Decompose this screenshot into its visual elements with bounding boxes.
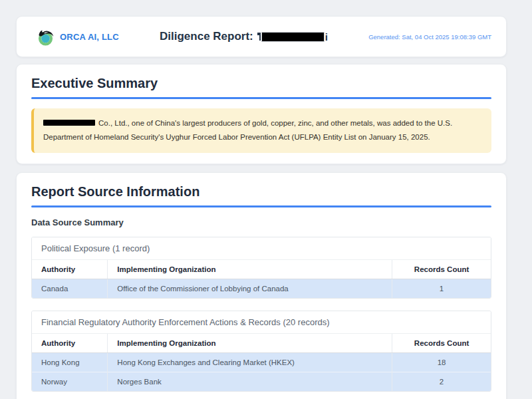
cell-records-count: 2: [392, 372, 491, 391]
executive-summary-text: Co., Ltd., one of China's largest produc…: [43, 119, 452, 141]
column-header-authority: Authority: [32, 334, 108, 353]
column-header-records-count: Records Count: [392, 334, 491, 353]
table-row: Norway Norges Bank 2: [32, 372, 491, 391]
cell-organization: Hong Kong Exchanges and Clearing Market …: [108, 352, 392, 372]
cell-authority: Canada: [32, 279, 108, 298]
report-title-suffix: i: [325, 31, 328, 43]
executive-summary-title: Executive Summary: [31, 75, 491, 91]
table-header-row: Authority Implementing Organization Reco…: [32, 334, 491, 353]
data-source-summary-heading: Data Source Summary: [31, 217, 491, 227]
column-header-organization: Implementing Organization: [108, 260, 392, 279]
table-group-financial-regulatory: Financial Regulatory Authority Enforceme…: [31, 311, 491, 392]
report-title: Diligence Report: i: [160, 30, 328, 43]
section-underline: [31, 205, 491, 207]
report-header: ORCA AI, LLC Diligence Report: i Generat…: [16, 16, 507, 57]
section-underline: [31, 97, 491, 99]
report-title-text: Diligence Report:: [160, 30, 253, 43]
column-header-authority: Authority: [32, 260, 108, 279]
redacted-partial-character: [257, 33, 261, 41]
cell-authority: Hong Kong: [32, 352, 108, 372]
political-exposure-table: Authority Implementing Organization Reco…: [32, 260, 491, 298]
brand-name: ORCA AI, LLC: [60, 32, 119, 42]
table-row: Canada Office of the Commissioner of Lob…: [32, 279, 491, 298]
financial-regulatory-table: Authority Implementing Organization Reco…: [32, 334, 491, 391]
report-page: ORCA AI, LLC Diligence Report: i Generat…: [0, 0, 532, 399]
column-header-records-count: Records Count: [392, 260, 491, 279]
generated-timestamp: Generated: Sat, 04 Oct 2025 19:08:39 GMT: [368, 33, 491, 41]
redaction-bar-company-name: [43, 120, 95, 126]
cell-records-count: 1: [392, 279, 491, 298]
table-caption: Political Exposure (1 record): [32, 237, 491, 260]
executive-summary-section: Executive Summary Co., Ltd., one of Chin…: [16, 64, 507, 164]
redaction-bar-entity-name: [261, 32, 325, 42]
table-row: Hong Kong Hong Kong Exchanges and Cleari…: [32, 352, 491, 372]
report-source-section: Report Source Information Data Source Su…: [16, 172, 507, 399]
cell-organization: Norges Bank: [108, 372, 392, 391]
executive-summary-highlight: Co., Ltd., one of China's largest produc…: [31, 108, 491, 153]
table-group-political-exposure: Political Exposure (1 record) Authority …: [31, 237, 491, 299]
table-caption: Financial Regulatory Authority Enforceme…: [32, 311, 491, 334]
report-source-title: Report Source Information: [31, 184, 491, 200]
cell-organization: Office of the Commissioner of Lobbying o…: [108, 279, 392, 298]
orca-logo-icon: [37, 28, 55, 46]
brand: ORCA AI, LLC: [37, 28, 119, 46]
table-header-row: Authority Implementing Organization Reco…: [32, 260, 491, 279]
cell-authority: Norway: [32, 372, 108, 391]
cell-records-count: 18: [392, 352, 491, 372]
column-header-organization: Implementing Organization: [108, 334, 392, 353]
